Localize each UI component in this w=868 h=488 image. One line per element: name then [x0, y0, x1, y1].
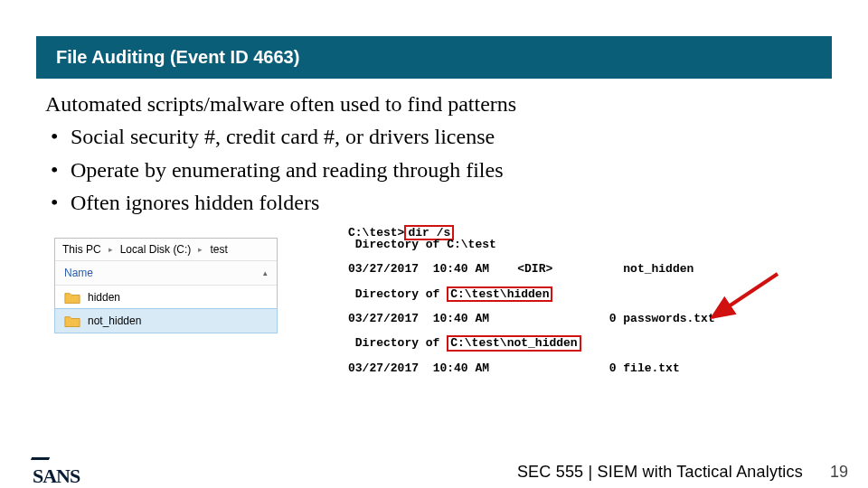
bullet-item: Often ignores hidden folders: [45, 188, 823, 217]
folder-icon: [64, 314, 80, 327]
slide-title: File Auditing (Event ID 4663): [56, 47, 299, 67]
term-date: 03/27/2017: [348, 262, 419, 276]
slide-title-bar: File Auditing (Event ID 4663): [36, 36, 832, 79]
bullet-item: Operate by enumerating and reading throu…: [45, 155, 823, 184]
bullet-item: Social security #, credit card #, or dri…: [45, 122, 823, 151]
term-time: 10:40 AM: [433, 262, 489, 276]
sort-asc-icon: ▴: [263, 268, 268, 277]
arrow-annotation-icon: [696, 270, 787, 324]
term-line: Directory of C:\test: [348, 238, 496, 251]
term-file-line: 0 file.txt: [609, 361, 680, 375]
terminal-output: C:\test>dir /s Directory of C:\test 03/2…: [348, 227, 715, 375]
chevron-right-icon: ▸: [198, 245, 203, 254]
folder-name: hidden: [88, 291, 120, 304]
term-time: 10:40 AM: [433, 361, 489, 375]
list-item: hidden: [55, 286, 277, 309]
term-time: 10:40 AM: [433, 312, 489, 325]
explorer-window: This PC ▸ Local Disk (C:) ▸ test Name ▴ …: [54, 238, 278, 333]
page-number: 19: [830, 463, 848, 482]
folder-icon: [64, 291, 80, 304]
highlighted-path: C:\test\not_hidden: [447, 335, 580, 352]
term-date: 03/27/2017: [348, 361, 419, 375]
breadcrumb: This PC ▸ Local Disk (C:) ▸ test: [55, 239, 277, 261]
bullet-list: Social security #, credit card #, or dri…: [45, 122, 823, 217]
list-item: not_hidden: [55, 309, 277, 333]
crumb-folder: test: [210, 243, 227, 256]
crumb-drive: Local Disk (C:): [120, 243, 192, 256]
column-name: Name: [64, 267, 93, 279]
highlighted-path: C:\test\hidden: [447, 286, 552, 303]
sans-logo: SANS: [33, 455, 80, 488]
graphics-area: This PC ▸ Local Disk (C:) ▸ test Name ▴ …: [45, 230, 823, 420]
chevron-right-icon: ▸: [108, 245, 113, 254]
term-size: 0: [609, 312, 617, 325]
term-date: 03/27/2017: [348, 312, 419, 325]
term-dir-label: Directory of: [348, 287, 447, 301]
svg-line-0: [712, 274, 778, 317]
explorer-column-header: Name ▴: [55, 261, 277, 286]
term-dir-label: Directory of: [348, 336, 447, 350]
crumb-root: This PC: [62, 243, 101, 256]
org-name: SANS: [33, 465, 80, 487]
lead-text: Automated scripts/malware often used to …: [45, 89, 823, 118]
slide-body: Automated scripts/malware often used to …: [45, 89, 823, 218]
slide-footer: SANS SEC 555 | SIEM with Tactical Analyt…: [0, 455, 868, 488]
folder-name: not_hidden: [88, 314, 141, 327]
logo-accent-icon: [30, 457, 50, 463]
course-label: SEC 555 | SIEM with Tactical Analytics: [517, 463, 803, 482]
term-dir-mark: <DIR>: [517, 262, 552, 276]
term-item: not_hidden: [623, 262, 693, 276]
